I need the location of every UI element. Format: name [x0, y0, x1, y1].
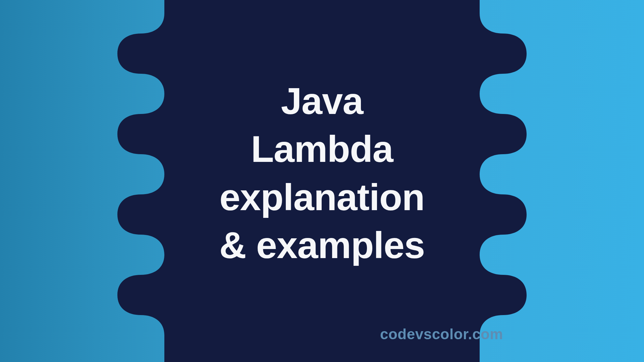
- site-attribution: codevscolor.com: [121, 326, 523, 343]
- title-line-1: Java: [219, 77, 425, 125]
- main-title: Java Lambda explanation & examples: [219, 77, 425, 269]
- title-line-3: explanation: [219, 173, 425, 221]
- title-line-2: Lambda: [219, 125, 425, 173]
- title-line-4: & examples: [219, 221, 425, 269]
